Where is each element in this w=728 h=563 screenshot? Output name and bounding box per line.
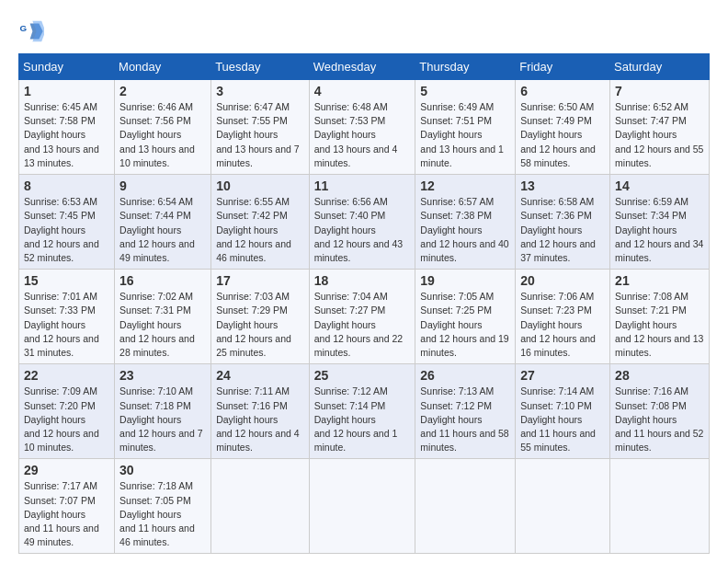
calendar-cell — [211, 459, 310, 554]
calendar-cell: 1 Sunrise: 6:45 AM Sunset: 7:58 PM Dayli… — [19, 80, 115, 175]
calendar-week-row: 8 Sunrise: 6:53 AM Sunset: 7:45 PM Dayli… — [19, 175, 710, 270]
day-detail: Sunrise: 7:09 AM Sunset: 7:20 PM Dayligh… — [24, 385, 109, 454]
day-detail: Sunrise: 7:12 AM Sunset: 7:14 PM Dayligh… — [314, 385, 411, 454]
day-detail: Sunrise: 7:16 AM Sunset: 7:08 PM Dayligh… — [615, 385, 704, 454]
calendar-week-row: 22 Sunrise: 7:09 AM Sunset: 7:20 PM Dayl… — [19, 364, 710, 459]
day-number: 23 — [119, 368, 206, 383]
day-detail: Sunrise: 7:04 AM Sunset: 7:27 PM Dayligh… — [314, 290, 411, 360]
day-number: 16 — [119, 273, 206, 288]
day-detail: Sunrise: 6:57 AM Sunset: 7:38 PM Dayligh… — [420, 195, 510, 265]
day-number: 10 — [216, 178, 304, 193]
day-detail: Sunrise: 6:49 AM Sunset: 7:51 PM Dayligh… — [420, 100, 510, 170]
calendar-cell: 22 Sunrise: 7:09 AM Sunset: 7:20 PM Dayl… — [19, 364, 115, 459]
day-number: 28 — [615, 368, 704, 383]
day-detail: Sunrise: 7:18 AM Sunset: 7:05 PM Dayligh… — [119, 479, 206, 549]
calendar-cell: 25 Sunrise: 7:12 AM Sunset: 7:14 PM Dayl… — [309, 364, 415, 459]
calendar-cell: 8 Sunrise: 6:53 AM Sunset: 7:45 PM Dayli… — [19, 175, 115, 270]
calendar-cell: 12 Sunrise: 6:57 AM Sunset: 7:38 PM Dayl… — [415, 175, 516, 270]
day-detail: Sunrise: 7:17 AM Sunset: 7:07 PM Dayligh… — [24, 479, 109, 549]
day-number: 5 — [420, 84, 510, 98]
calendar-cell: 4 Sunrise: 6:48 AM Sunset: 7:53 PM Dayli… — [309, 80, 415, 175]
day-detail: Sunrise: 6:55 AM Sunset: 7:42 PM Dayligh… — [216, 195, 304, 265]
day-number: 20 — [520, 273, 605, 288]
calendar-cell: 13 Sunrise: 6:58 AM Sunset: 7:36 PM Dayl… — [516, 175, 610, 270]
day-detail: Sunrise: 6:50 AM Sunset: 7:49 PM Dayligh… — [520, 100, 605, 170]
day-detail: Sunrise: 7:14 AM Sunset: 7:10 PM Dayligh… — [520, 385, 605, 454]
calendar-cell: 24 Sunrise: 7:11 AM Sunset: 7:16 PM Dayl… — [211, 364, 310, 459]
weekday-header: Saturday — [610, 54, 710, 80]
calendar-cell: 7 Sunrise: 6:52 AM Sunset: 7:47 PM Dayli… — [610, 80, 710, 175]
calendar-cell — [610, 459, 710, 554]
day-detail: Sunrise: 7:13 AM Sunset: 7:12 PM Dayligh… — [420, 385, 510, 454]
day-number: 18 — [314, 273, 411, 288]
weekday-header: Wednesday — [309, 54, 415, 80]
calendar-cell: 21 Sunrise: 7:08 AM Sunset: 7:21 PM Dayl… — [610, 270, 710, 364]
day-number: 15 — [24, 273, 109, 288]
day-detail: Sunrise: 6:58 AM Sunset: 7:36 PM Dayligh… — [520, 195, 605, 265]
day-number: 7 — [615, 84, 704, 98]
day-detail: Sunrise: 7:05 AM Sunset: 7:25 PM Dayligh… — [420, 290, 510, 360]
calendar-cell: 19 Sunrise: 7:05 AM Sunset: 7:25 PM Dayl… — [415, 270, 516, 364]
day-number: 8 — [24, 178, 109, 193]
day-number: 29 — [24, 463, 109, 477]
day-detail: Sunrise: 6:52 AM Sunset: 7:47 PM Dayligh… — [615, 100, 704, 170]
day-detail: Sunrise: 6:53 AM Sunset: 7:45 PM Dayligh… — [24, 195, 109, 265]
day-detail: Sunrise: 7:01 AM Sunset: 7:33 PM Dayligh… — [24, 290, 109, 360]
calendar-cell: 2 Sunrise: 6:46 AM Sunset: 7:56 PM Dayli… — [115, 80, 211, 175]
day-number: 30 — [119, 463, 206, 477]
day-detail: Sunrise: 7:06 AM Sunset: 7:23 PM Dayligh… — [520, 290, 605, 360]
day-detail: Sunrise: 6:46 AM Sunset: 7:56 PM Dayligh… — [119, 100, 206, 170]
page-header: G — [18, 18, 710, 44]
calendar-cell: 15 Sunrise: 7:01 AM Sunset: 7:33 PM Dayl… — [19, 270, 115, 364]
day-detail: Sunrise: 6:48 AM Sunset: 7:53 PM Dayligh… — [314, 100, 411, 170]
day-number: 2 — [119, 84, 206, 98]
day-number: 3 — [216, 84, 304, 98]
calendar-cell: 27 Sunrise: 7:14 AM Sunset: 7:10 PM Dayl… — [516, 364, 610, 459]
weekday-header: Thursday — [415, 54, 516, 80]
calendar-cell — [415, 459, 516, 554]
day-detail: Sunrise: 6:54 AM Sunset: 7:44 PM Dayligh… — [119, 195, 206, 265]
logo-icon: G — [18, 18, 44, 44]
day-number: 24 — [216, 368, 304, 383]
day-number: 11 — [314, 178, 411, 193]
calendar-cell: 9 Sunrise: 6:54 AM Sunset: 7:44 PM Dayli… — [115, 175, 211, 270]
day-detail: Sunrise: 7:11 AM Sunset: 7:16 PM Dayligh… — [216, 385, 304, 454]
day-detail: Sunrise: 6:56 AM Sunset: 7:40 PM Dayligh… — [314, 195, 411, 265]
calendar-week-row: 15 Sunrise: 7:01 AM Sunset: 7:33 PM Dayl… — [19, 270, 710, 364]
day-number: 1 — [24, 84, 109, 98]
calendar-cell: 28 Sunrise: 7:16 AM Sunset: 7:08 PM Dayl… — [610, 364, 710, 459]
day-detail: Sunrise: 7:08 AM Sunset: 7:21 PM Dayligh… — [615, 290, 704, 360]
svg-text:G: G — [19, 23, 27, 33]
day-detail: Sunrise: 6:45 AM Sunset: 7:58 PM Dayligh… — [24, 100, 109, 170]
day-detail: Sunrise: 6:59 AM Sunset: 7:34 PM Dayligh… — [615, 195, 704, 265]
day-number: 13 — [520, 178, 605, 193]
calendar-cell: 20 Sunrise: 7:06 AM Sunset: 7:23 PM Dayl… — [516, 270, 610, 364]
day-number: 19 — [420, 273, 510, 288]
calendar-cell: 14 Sunrise: 6:59 AM Sunset: 7:34 PM Dayl… — [610, 175, 710, 270]
calendar-cell: 3 Sunrise: 6:47 AM Sunset: 7:55 PM Dayli… — [211, 80, 310, 175]
calendar-cell — [516, 459, 610, 554]
day-detail: Sunrise: 7:10 AM Sunset: 7:18 PM Dayligh… — [119, 385, 206, 454]
calendar-cell: 26 Sunrise: 7:13 AM Sunset: 7:12 PM Dayl… — [415, 364, 516, 459]
weekday-header: Monday — [115, 54, 211, 80]
day-number: 26 — [420, 368, 510, 383]
calendar-cell: 30 Sunrise: 7:18 AM Sunset: 7:05 PM Dayl… — [115, 459, 211, 554]
day-detail: Sunrise: 7:02 AM Sunset: 7:31 PM Dayligh… — [119, 290, 206, 360]
day-number: 27 — [520, 368, 605, 383]
calendar-cell: 10 Sunrise: 6:55 AM Sunset: 7:42 PM Dayl… — [211, 175, 310, 270]
calendar-header-row: SundayMondayTuesdayWednesdayThursdayFrid… — [19, 54, 710, 80]
weekday-header: Tuesday — [211, 54, 310, 80]
weekday-header: Friday — [516, 54, 610, 80]
day-number: 4 — [314, 84, 411, 98]
day-detail: Sunrise: 7:03 AM Sunset: 7:29 PM Dayligh… — [216, 290, 304, 360]
calendar-cell: 29 Sunrise: 7:17 AM Sunset: 7:07 PM Dayl… — [19, 459, 115, 554]
calendar-cell: 23 Sunrise: 7:10 AM Sunset: 7:18 PM Dayl… — [115, 364, 211, 459]
calendar-week-row: 1 Sunrise: 6:45 AM Sunset: 7:58 PM Dayli… — [19, 80, 710, 175]
day-number: 21 — [615, 273, 704, 288]
day-number: 25 — [314, 368, 411, 383]
logo: G — [18, 18, 48, 44]
calendar-cell: 18 Sunrise: 7:04 AM Sunset: 7:27 PM Dayl… — [309, 270, 415, 364]
day-number: 12 — [420, 178, 510, 193]
day-detail: Sunrise: 6:47 AM Sunset: 7:55 PM Dayligh… — [216, 100, 304, 170]
calendar-cell: 6 Sunrise: 6:50 AM Sunset: 7:49 PM Dayli… — [516, 80, 610, 175]
